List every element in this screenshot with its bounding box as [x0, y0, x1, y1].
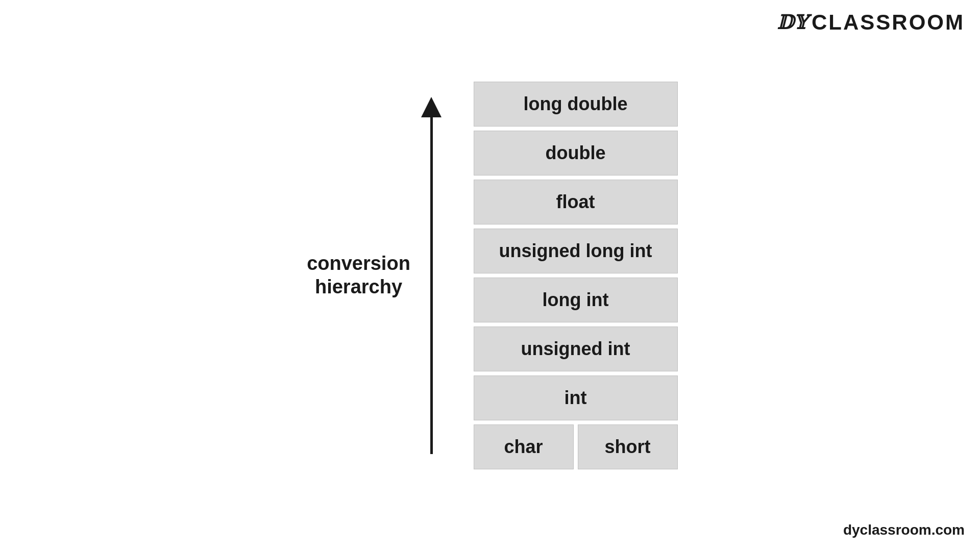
type-box-long-int: long int: [474, 278, 678, 322]
left-section: conversion hierarchy: [303, 97, 433, 454]
type-box-short: short: [578, 424, 678, 469]
type-box-double: double: [474, 131, 678, 176]
watermark: dyclassroom.com: [843, 522, 965, 538]
type-box-int: int: [474, 375, 678, 420]
arrow-head-icon: [421, 97, 442, 117]
type-box-long-double: long double: [474, 82, 678, 127]
arrow-line: [430, 117, 433, 454]
hierarchy-section: long double double float unsigned long i…: [474, 82, 678, 469]
logo-icon: 𝔻𝕐: [777, 11, 807, 34]
type-box-float: float: [474, 180, 678, 224]
type-box-unsigned-long-int: unsigned long int: [474, 229, 678, 273]
logo-container: 𝔻𝕐 CLASSROOM: [777, 10, 965, 35]
page-container: 𝔻𝕐 CLASSROOM dyclassroom.com conversion …: [0, 0, 980, 551]
type-box-char: char: [474, 424, 574, 469]
conversion-hierarchy-label: conversion hierarchy: [303, 252, 415, 298]
bottom-row: char short: [474, 424, 678, 469]
logo-text: CLASSROOM: [812, 10, 965, 35]
arrow-container: [430, 97, 433, 454]
type-box-unsigned-int: unsigned int: [474, 327, 678, 371]
